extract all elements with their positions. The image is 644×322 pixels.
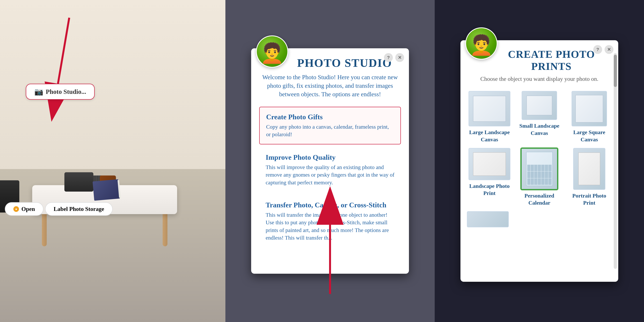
large-square-canvas-item[interactable]: Large Square Canvas <box>567 91 612 143</box>
right-panel-background: 🧑‍🦱 Create Photo Prints ? ✕ Choose the o… <box>435 0 644 322</box>
landscape-photo-print-item[interactable]: Landscape Photo Print <box>467 148 512 206</box>
portrait-photo-print-thumb <box>573 148 605 190</box>
right-dialog-subtitle: Choose the object you want display your … <box>460 72 618 88</box>
cal-cell <box>534 172 538 178</box>
right-avatar-face: 🧑‍🦱 <box>469 34 494 56</box>
photo-items-grid: Large Landscape Canvas Small Landscape C… <box>460 88 618 210</box>
open-circle-icon: ● <box>13 206 19 212</box>
portrait-photo-print-item[interactable]: Portrait Photo Print <box>567 148 612 206</box>
portrait-photo-print-label: Portrait Photo Print <box>567 192 612 206</box>
book-object <box>92 179 120 200</box>
transfer-photo-title: Transfer Photo, Canvas, or Cross-Stitch <box>266 201 394 209</box>
table-leg-right <box>162 214 168 246</box>
svg-line-1 <box>58 18 69 84</box>
cal-cell <box>538 178 541 185</box>
landscape-photo-print-thumb <box>468 148 510 180</box>
canvas-inner-small <box>526 96 552 115</box>
partial-item-thumb <box>467 211 509 227</box>
avatar-face: 🧑‍🦱 <box>260 42 284 64</box>
improve-photo-quality-item[interactable]: Improve Photo Quality This will improve … <box>259 148 401 192</box>
large-landscape-canvas-thumb <box>468 91 510 126</box>
cal-cell <box>545 178 548 185</box>
small-landscape-canvas-label: Small Landscape Canvas <box>517 122 562 136</box>
dialog-header: 🧑‍🦱 Photo Studio ? ✕ <box>251 48 409 70</box>
avatar: 🧑‍🦱 <box>256 36 288 68</box>
cal-cell <box>538 172 541 178</box>
cal-cell <box>534 178 538 185</box>
table-leg-left <box>42 214 47 246</box>
open-label: Open <box>22 206 35 212</box>
cal-cell <box>541 178 544 185</box>
close-button[interactable]: ✕ <box>395 53 404 62</box>
scrollbar[interactable] <box>614 53 617 269</box>
open-button[interactable]: ● Open <box>5 202 44 216</box>
cal-cell <box>538 165 541 171</box>
cal-cell <box>548 172 552 178</box>
scroll-thumb <box>614 55 617 87</box>
photo-studio-label: Photo Studio... <box>46 88 86 96</box>
right-dialog-header: 🧑‍🦱 Create Photo Prints ? ✕ <box>460 40 618 72</box>
middle-arrow <box>320 217 340 298</box>
small-landscape-canvas-thumb <box>522 91 557 120</box>
large-square-canvas-thumb <box>572 91 607 126</box>
canvas-inner-square <box>576 95 603 122</box>
create-photo-prints-title: Create Photo Prints <box>493 47 610 72</box>
camera-body <box>64 172 94 192</box>
camera-icon: 📷 <box>34 88 43 96</box>
cal-cell <box>548 165 552 171</box>
create-photo-gifts-item[interactable]: Create Photo Gifts Copy any photo into a… <box>259 107 401 144</box>
right-dialog-controls: ? ✕ <box>593 45 614 54</box>
cal-cell <box>527 172 530 178</box>
cal-cell <box>541 165 544 171</box>
camera-object <box>64 172 96 196</box>
cal-cell <box>531 165 534 171</box>
middle-panel-background: 🧑‍🦱 Photo Studio ? ✕ Welcome to the Phot… <box>226 0 435 322</box>
game-scene: 📷 Photo Studio... ● Open Label Photo Sto… <box>0 0 226 322</box>
cal-cell <box>545 165 548 171</box>
personalized-calendar-label: Personalized Calendar <box>517 192 562 206</box>
improve-quality-title: Improve Photo Quality <box>266 153 394 162</box>
cal-cell <box>531 172 534 178</box>
calendar-grid <box>527 165 552 185</box>
right-close-button[interactable]: ✕ <box>604 45 614 54</box>
photo-studio-dialog: 🧑‍🦱 Photo Studio ? ✕ Welcome to the Phot… <box>251 48 409 274</box>
label-storage-button[interactable]: Label Photo Storage <box>45 202 113 216</box>
large-landscape-canvas-item[interactable]: Large Landscape Canvas <box>467 91 512 143</box>
cal-cell <box>545 172 548 178</box>
portrait-print-inner <box>578 152 600 185</box>
dialog-subtitle: Welcome to the Photo Studio! Here you ca… <box>251 70 409 104</box>
improve-quality-desc: This will improve the quality of an exis… <box>266 164 394 186</box>
landscape-photo-print-label: Landscape Photo Print <box>467 182 512 197</box>
cal-cell <box>527 165 530 171</box>
print-inner <box>473 152 506 176</box>
create-photo-gifts-title: Create Photo Gifts <box>266 113 394 121</box>
canvas-inner <box>473 96 506 122</box>
table-legs <box>32 214 177 246</box>
create-photo-gifts-desc: Copy any photo into a canvas, calendar, … <box>266 123 394 138</box>
cal-cell <box>534 165 538 171</box>
cal-cell <box>527 178 530 185</box>
help-button[interactable]: ? <box>384 53 393 62</box>
large-square-canvas-label: Large Square Canvas <box>567 129 612 143</box>
label-storage-label: Label Photo Storage <box>54 206 104 212</box>
partial-row <box>460 210 618 229</box>
arrow-indicator <box>45 13 77 94</box>
personalized-calendar-thumb <box>521 148 558 190</box>
cal-cell <box>541 172 544 178</box>
small-landscape-canvas-item[interactable]: Small Landscape Canvas <box>517 91 562 143</box>
create-photo-prints-dialog: 🧑‍🦱 Create Photo Prints ? ✕ Choose the o… <box>460 40 618 282</box>
large-landscape-canvas-label: Large Landscape Canvas <box>467 129 512 143</box>
cal-cell <box>548 178 552 185</box>
right-avatar: 🧑‍🦱 <box>465 27 498 60</box>
personalized-calendar-item[interactable]: Personalized Calendar <box>517 148 562 206</box>
dialog-controls: ? ✕ <box>384 53 404 62</box>
cal-cell <box>531 178 534 185</box>
calendar-inner <box>526 152 553 186</box>
photo-studio-button[interactable]: 📷 Photo Studio... <box>26 84 95 100</box>
right-help-button[interactable]: ? <box>593 45 602 54</box>
